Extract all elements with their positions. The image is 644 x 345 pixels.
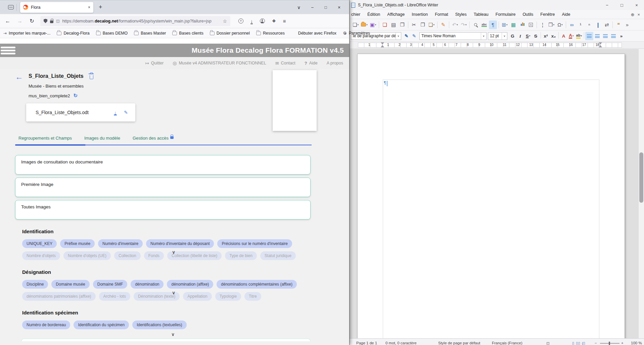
toolbar-button[interactable] xyxy=(469,21,470,28)
insert-comment-icon[interactable]: ❝ xyxy=(614,20,623,29)
view-single-page-icon[interactable]: ▯ xyxy=(572,341,574,345)
clone-formatting-icon[interactable]: ✎ xyxy=(439,20,447,29)
field-chip[interactable]: Discipline xyxy=(22,280,48,289)
field-chip[interactable]: Statut juridique xyxy=(260,251,296,260)
new-tab-button[interactable]: + xyxy=(99,4,102,11)
menu-insertion[interactable]: Insertion xyxy=(412,12,428,17)
field-chip[interactable]: Titre xyxy=(244,292,261,301)
status-page-count[interactable]: Page 1 de 1 xyxy=(356,341,377,345)
copy-icon[interactable]: ❐ xyxy=(419,20,427,29)
format-overflow-icon[interactable]: » xyxy=(617,32,625,40)
format-button[interactable] xyxy=(541,32,541,39)
tab-close-icon[interactable]: × xyxy=(88,5,90,10)
window-minimize-button[interactable]: − xyxy=(306,5,319,10)
field-chip[interactable]: Typologie xyxy=(215,292,241,301)
expand-section-chevron-icon[interactable]: ∨ xyxy=(172,290,175,295)
expand-section-chevron-icon[interactable]: ∨ xyxy=(172,249,175,255)
bookmark-star-icon[interactable]: ☆ xyxy=(223,18,227,24)
delete-trash-icon[interactable] xyxy=(90,75,93,79)
new-style-icon[interactable]: ✎ xyxy=(410,32,418,40)
tab-gestion-des-acces[interactable]: Gestion des accès xyxy=(133,136,174,141)
font-size-combobox[interactable]: 12 pt ∨ xyxy=(488,32,507,40)
right-indent-marker[interactable] xyxy=(599,42,602,45)
align-justify-button[interactable] xyxy=(609,32,617,40)
hamburger-menu-icon[interactable] xyxy=(0,47,15,54)
window-maximize-button[interactable]: □ xyxy=(319,5,332,10)
status-language[interactable]: Français (France) xyxy=(492,341,522,345)
toolbar-button[interactable] xyxy=(379,21,379,28)
zoom-percent[interactable]: 100 % xyxy=(631,341,642,345)
writer-close-button[interactable]: × xyxy=(629,3,644,8)
bookmark-folder-bases-clients[interactable]: Bases clients xyxy=(172,31,203,36)
toolbar-button[interactable] xyxy=(566,21,566,28)
format-button[interactable] xyxy=(584,32,584,39)
special-character-icon[interactable]: Ω ▾ xyxy=(556,20,564,29)
insert-bookmark-icon[interactable]: ❙ xyxy=(594,20,602,29)
vertical-scrollbar[interactable] xyxy=(638,49,644,338)
status-word-count[interactable]: 0 mot, 0 caractère xyxy=(385,341,417,345)
box-toutes-images[interactable]: Toutes Images xyxy=(15,200,311,219)
font-color-button[interactable]: A▾ xyxy=(567,32,575,40)
menu-fichier-partial[interactable]: chier xyxy=(351,12,360,17)
browser-tab-flora[interactable]: Flora × xyxy=(20,2,93,13)
open-file-icon[interactable]: ▾ xyxy=(360,20,368,29)
insert-endnote-icon[interactable]: ⁿ xyxy=(585,20,593,29)
combo-caret-icon[interactable]: ∨ xyxy=(481,33,486,40)
undo-icon[interactable]: ↶ ▾ xyxy=(451,20,459,29)
box-images-consultation[interactable]: Images de consultation ou documentaire xyxy=(15,155,311,175)
document-page[interactable]: ¶ xyxy=(357,54,625,338)
bookmark-folder-dossier-personnel[interactable]: Dossier personnel xyxy=(210,31,250,36)
menu-aide[interactable]: Aide xyxy=(562,12,570,17)
bookmark-folder-bases-master[interactable]: Bases Master xyxy=(134,31,166,36)
account-icon[interactable] xyxy=(260,18,265,23)
menu-fenetre[interactable]: Fenêtre xyxy=(540,12,555,17)
insert-footnote-icon[interactable]: ¹ xyxy=(577,20,585,29)
download-file-icon[interactable]: ↓ xyxy=(114,110,117,115)
insert-textbox-icon[interactable]: A xyxy=(527,20,535,29)
expand-page-chevron-icon[interactable]: ∨ xyxy=(15,332,331,337)
menu-format[interactable]: Format xyxy=(435,12,448,17)
horizontal-ruler[interactable]: 1 123456789101112131415161718 xyxy=(350,42,644,49)
selection-mode-icon[interactable]: ⊡ xyxy=(546,341,550,345)
view-multi-page-icon[interactable]: ▯▯ xyxy=(576,341,580,345)
right-margin-marker[interactable] xyxy=(599,45,602,47)
bookmarks-overflow-chevron-icon[interactable]: » xyxy=(344,31,347,36)
field-chip[interactable]: Précisions sur le numéro d'inventaire xyxy=(217,239,292,248)
back-button[interactable]: ← xyxy=(3,18,13,24)
field-chip[interactable]: Identification du spécimen xyxy=(74,321,129,329)
field-chip[interactable]: Fonds xyxy=(144,251,164,260)
bookmark-folder-ressources[interactable]: Ressources xyxy=(256,31,285,36)
clear-formatting-button[interactable]: A xyxy=(560,32,567,40)
refresh-icon[interactable]: ↻ xyxy=(74,93,78,99)
status-page-style[interactable]: Style de page par défaut xyxy=(438,341,480,345)
field-chip[interactable]: dénominations patrimoniales (affixe) xyxy=(22,292,96,301)
app-menu-icon[interactable]: ≡ xyxy=(283,18,286,24)
insert-table-icon[interactable]: ⊞ ▾ xyxy=(501,20,509,29)
window-close-button[interactable]: × xyxy=(332,5,346,10)
field-chip[interactable]: dénomination (affixe) xyxy=(167,280,213,289)
close-document-icon[interactable]: × xyxy=(637,12,640,17)
menu-formulaire[interactable]: Formulaire xyxy=(496,12,516,17)
field-chip[interactable]: UNIQUE_KEY xyxy=(22,239,57,248)
back-arrow-icon[interactable]: ← xyxy=(15,73,23,81)
tracking-protection-shield-icon[interactable] xyxy=(44,19,47,23)
quitter-button[interactable]: Quitter xyxy=(145,61,164,66)
combo-caret-icon[interactable]: ∨ xyxy=(396,33,401,40)
reload-button[interactable]: ↻ xyxy=(27,18,37,24)
toolbar-button[interactable] xyxy=(612,21,613,28)
paste-icon[interactable]: ❑ ▾ xyxy=(427,20,435,29)
user-menu[interactable]: Musée v4 ADMINISTRATEUR FONCTIONNEL xyxy=(173,60,266,66)
bookmark-firefox-start[interactable]: Débuter avec Firefox xyxy=(291,31,336,36)
hyperlink-icon[interactable]: ∞ xyxy=(568,20,576,29)
spellcheck-icon[interactable]: abc xyxy=(480,20,488,29)
a-propos-link[interactable]: A propos xyxy=(327,61,343,65)
superscript-button[interactable]: x² xyxy=(542,32,550,40)
save-icon[interactable]: ▣ ▾ xyxy=(369,20,377,29)
font-name-combobox[interactable]: Times New Roman ∨ xyxy=(419,32,487,40)
find-replace-icon[interactable] xyxy=(471,20,479,29)
tab-regroupements-et-champs[interactable]: Regroupements et Champs xyxy=(18,136,72,141)
document-canvas[interactable]: ¶ xyxy=(350,49,638,338)
pocket-icon[interactable]: ∨ xyxy=(238,18,243,23)
format-button[interactable] xyxy=(558,32,559,39)
bookmark-folder-bases-demo[interactable]: Bases DEMO xyxy=(96,31,128,36)
